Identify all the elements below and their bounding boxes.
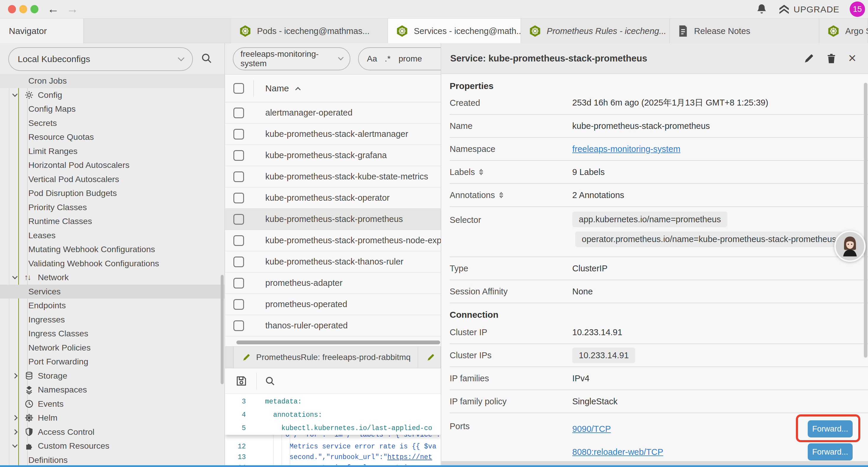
regex-toggle[interactable]: .* [385,54,391,63]
close-icon[interactable]: × [848,51,856,65]
table-search-input[interactable]: Aa .* prome [358,47,441,70]
table-row-alertmanager-operated[interactable]: alertmanager-operated [225,102,441,123]
sidebar-scrollbar[interactable] [221,275,224,384]
row-checkbox[interactable] [234,150,244,161]
port-line-9090-tcp: 9090/TCPForward... [572,417,868,440]
table-row-kube-prometheus-stack-prometheus[interactable]: kube-prometheus-stack-prometheus [225,209,441,230]
editor-search-icon[interactable] [265,375,276,387]
tab-pods-icecheng-mathmas[interactable]: Pods - icecheng@mathmas... [231,19,388,43]
sidebar-item-ingress-classes[interactable]: Ingress Classes [0,327,224,341]
tab-release-notes[interactable]: Release Notes [670,19,819,43]
namespace-link[interactable]: freeleaps-monitoring-system [572,144,680,154]
sidebar-item-runtime-classes[interactable]: Runtime Classes [0,214,224,229]
row-checkbox[interactable] [234,235,244,246]
table-row-prometheus-operated[interactable]: prometheus-operated [225,294,441,315]
row-checkbox[interactable] [234,320,244,331]
row-checkbox[interactable] [234,299,244,310]
sidebar-item-limit-ranges[interactable]: Limit Ranges [0,144,224,158]
notifications-bell-icon[interactable] [755,3,768,16]
table-row-kube-prometheus-stack-kube-state-metrics[interactable]: kube-prometheus-stack-kube-state-metrics [225,166,441,187]
sidebar-item-namespaces[interactable]: Namespaces [0,383,224,397]
table-row-prometheus-adapter[interactable]: prometheus-adapter [225,272,441,294]
chevron-right-icon[interactable] [13,430,24,434]
sidebar-item-horizontal-pod-autoscalers[interactable]: Horizontal Pod Autoscalers [0,158,224,172]
match-case-toggle[interactable]: Aa [367,54,377,63]
row-checkbox[interactable] [234,129,244,140]
chevron-down-icon[interactable] [13,94,24,96]
select-all-checkbox[interactable] [234,83,244,94]
window-minimize-button[interactable] [19,5,27,13]
sidebar-item-network-policies[interactable]: Network Policies [0,341,224,355]
sidebar-item-vertical-pod-autoscalers[interactable]: Vertical Pod Autoscalers [0,172,224,186]
navigator-panel-tab[interactable]: Navigator [0,19,84,43]
row-checkbox[interactable] [234,108,244,118]
sidebar-item-definitions[interactable]: Definitions [0,453,224,467]
sidebar-item-resource-quotas[interactable]: Resource Quotas [0,130,224,144]
upgrade-button[interactable]: UPGRADE [778,4,839,16]
sidebar-search-icon[interactable] [200,52,213,64]
tab-services-icecheng-math[interactable]: Services - icecheng@math...× [388,19,521,43]
assistant-avatar[interactable] [834,231,866,262]
notification-count-badge[interactable]: 15 [850,1,865,17]
chevron-down-icon[interactable] [13,445,24,447]
sidebar-item-secrets[interactable]: Secrets [0,116,224,130]
forward-arrow-icon[interactable]: → [66,2,78,16]
sidebar-item-config[interactable]: Config [0,88,224,102]
detail-scrollbar[interactable] [864,83,867,358]
namespace-selector[interactable]: freeleaps-monitoring-system [233,47,350,70]
sidebar-item-helm[interactable]: Helm [0,411,224,425]
sidebar-item-leases[interactable]: Leases [0,229,224,243]
window-close-button[interactable] [8,5,16,13]
table-row-kube-prometheus-stack-operator[interactable]: kube-prometheus-stack-operator [225,187,441,209]
sort-toggle-icon[interactable] [499,192,503,199]
column-header-name[interactable]: Name [265,83,289,93]
sidebar-item-priority-classes[interactable]: Priority Classes [0,200,224,214]
row-checkbox[interactable] [234,171,244,182]
forward-button[interactable]: Forward... [808,420,852,437]
trash-icon[interactable] [826,53,837,64]
back-arrow-icon[interactable]: ← [47,2,59,16]
chevron-right-icon[interactable] [13,416,24,420]
chevron-down-icon[interactable] [13,276,24,279]
row-checkbox[interactable] [234,257,244,267]
yaml-editor[interactable]: 0", "for": "1m", "labels": {"service": "… [225,394,441,467]
sidebar-item-validating-webhook-configurations[interactable]: Validating Webhook Configurations [0,257,224,271]
sidebar-item-config-maps[interactable]: Config Maps [0,102,224,116]
edit-pencil-icon[interactable] [803,53,814,64]
sidebar-item-network[interactable]: ↑↓Network [0,270,224,285]
port-link[interactable]: 8080:reloader-web/TCP [572,447,663,457]
table-row-kube-prometheus-stack-alertmanager[interactable]: kube-prometheus-stack-alertmanager [225,123,441,145]
table-row-kube-prometheus-stack-thanos-ruler[interactable]: kube-prometheus-stack-thanos-ruler [225,251,441,272]
editor-tab-partial[interactable] [418,347,441,368]
row-checkbox[interactable] [234,278,244,289]
code-link[interactable]: https://net [387,454,432,461]
window-maximize-button[interactable] [30,5,38,13]
sidebar-item-port-forwarding[interactable]: Port Forwarding [0,355,224,369]
sidebar-item-mutating-webhook-configurations[interactable]: Mutating Webhook Configurations [0,242,224,257]
table-row-thanos-ruler-operated[interactable]: thanos-ruler-operated [225,315,441,337]
row-checkbox[interactable] [234,214,244,225]
editor-tab-prometheusrule-freeleaps-prod-rabbitmq[interactable]: PrometheusRule: freeleaps-prod-rabbitmq [234,347,418,368]
chevron-right-icon[interactable] [13,374,24,378]
sidebar-item-cron-jobs[interactable]: Cron Jobs [0,74,224,88]
table-row-kube-prometheus-stack-grafana[interactable]: kube-prometheus-stack-grafana [225,145,441,166]
tab-argo-se[interactable]: Argo Se [819,19,868,43]
sidebar-item-pod-disruption-budgets[interactable]: Pod Disruption Budgets [0,186,224,200]
forward-button[interactable]: Forward... [808,443,852,461]
sidebar-item-endpoints[interactable]: Endpoints [0,298,224,313]
table-horizontal-scrollbar[interactable] [236,341,440,344]
sort-ascending-icon[interactable] [295,87,301,92]
sidebar-item-custom-resources[interactable]: Custom Resources [0,439,224,453]
row-checkbox[interactable] [234,193,244,203]
table-row-kube-prometheus-stack-prometheus-node-exporter[interactable]: kube-prometheus-stack-prometheus-node-ex… [225,230,441,251]
save-button[interactable] [235,375,248,387]
sort-toggle-icon[interactable] [479,169,483,176]
sidebar-item-storage[interactable]: Storage [0,369,224,383]
sidebar-item-ingresses[interactable]: Ingresses [0,313,224,327]
port-link[interactable]: 9090/TCP [572,424,611,434]
tab-prometheus-rules-icecheng[interactable]: Prometheus Rules - icecheng... [521,19,670,43]
sidebar-item-services[interactable]: Services [0,285,224,299]
sidebar-item-events[interactable]: Events [0,397,224,411]
kubeconfig-selector[interactable]: Local Kubeconfigs [8,47,193,71]
sidebar-item-access-control[interactable]: Access Control [0,425,224,439]
